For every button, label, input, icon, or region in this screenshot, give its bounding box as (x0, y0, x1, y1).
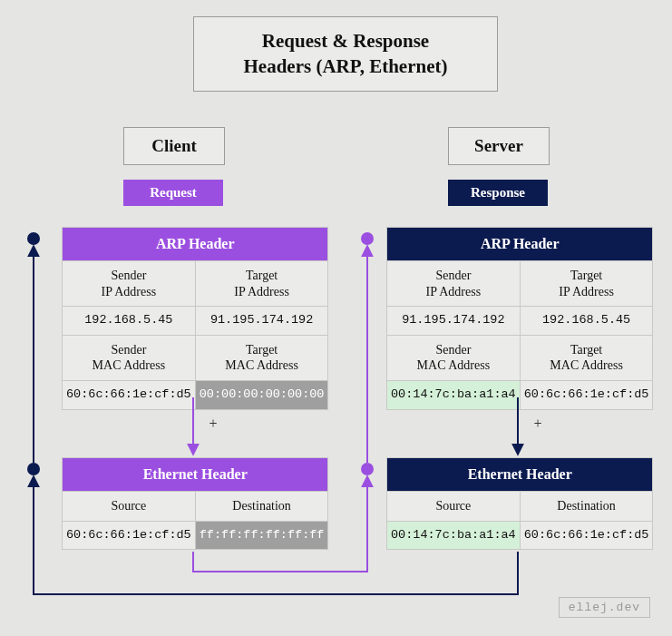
label-target-ip: TargetIP Address (520, 261, 653, 307)
arp-request-table: ARP Header SenderIP Address TargetIP Add… (62, 227, 328, 410)
label-sender-ip: SenderIP Address (63, 261, 196, 307)
value-target-mac-unknown: 00:00:00:00:00:00 (195, 380, 328, 409)
value-sender-mac: 60:6c:66:1e:cf:d5 (63, 380, 196, 409)
value-sender-ip: 91.195.174.192 (387, 307, 521, 336)
flow-dot-icon (27, 232, 40, 245)
title-line1: Request & Response (262, 30, 429, 52)
badge-response: Response (448, 180, 548, 206)
value-target-mac: 60:6c:66:1e:cf:d5 (520, 380, 653, 409)
label-source: Source (387, 492, 521, 522)
value-source: 60:6c:66:1e:cf:d5 (63, 521, 196, 550)
label-sender-ip: SenderIP Address (387, 261, 521, 307)
title-line2: Headers (ARP, Ethernet) (244, 55, 448, 77)
role-client: Client (123, 127, 225, 165)
badge-request: Request (123, 180, 223, 206)
label-source: Source (63, 492, 196, 522)
plus-icon: + (529, 416, 547, 432)
arp-response-table: ARP Header SenderIP Address TargetIP Add… (386, 227, 653, 410)
label-sender-mac: SenderMAC Address (387, 335, 521, 380)
label-destination: Destination (520, 492, 653, 522)
arp-request-header: ARP Header (63, 228, 328, 261)
flow-dot-icon (361, 463, 374, 475)
credit-badge: ellej.dev (559, 597, 650, 618)
eth-response-header: Ethernet Header (387, 458, 653, 492)
label-target-mac: TargetMAC Address (195, 335, 328, 380)
ethernet-response-table: Ethernet Header Source Destination 00:14… (386, 457, 653, 550)
value-source-resolved: 00:14:7c:ba:a1:a4 (387, 521, 521, 550)
value-target-ip: 91.195.174.192 (195, 307, 328, 336)
label-destination: Destination (195, 492, 328, 522)
label-target-ip: TargetIP Address (195, 261, 328, 307)
value-target-ip: 192.168.5.45 (520, 307, 653, 336)
label-target-mac: TargetMAC Address (520, 335, 653, 380)
role-server: Server (448, 127, 550, 165)
ethernet-request-table: Ethernet Header Source Destination 60:6c… (62, 457, 328, 550)
value-destination: 60:6c:66:1e:cf:d5 (520, 521, 653, 550)
plus-icon: + (204, 416, 222, 432)
flow-dot-icon (27, 463, 40, 475)
flow-dot-icon (361, 232, 374, 245)
eth-request-header: Ethernet Header (63, 458, 328, 492)
value-destination-broadcast: ff:ff:ff:ff:ff:ff (195, 521, 328, 550)
value-sender-mac-resolved: 00:14:7c:ba:a1:a4 (387, 380, 521, 409)
label-sender-mac: SenderMAC Address (63, 335, 196, 380)
value-sender-ip: 192.168.5.45 (63, 307, 196, 336)
arp-response-header: ARP Header (387, 228, 653, 261)
diagram-title: Request & Response Headers (ARP, Etherne… (193, 16, 498, 92)
